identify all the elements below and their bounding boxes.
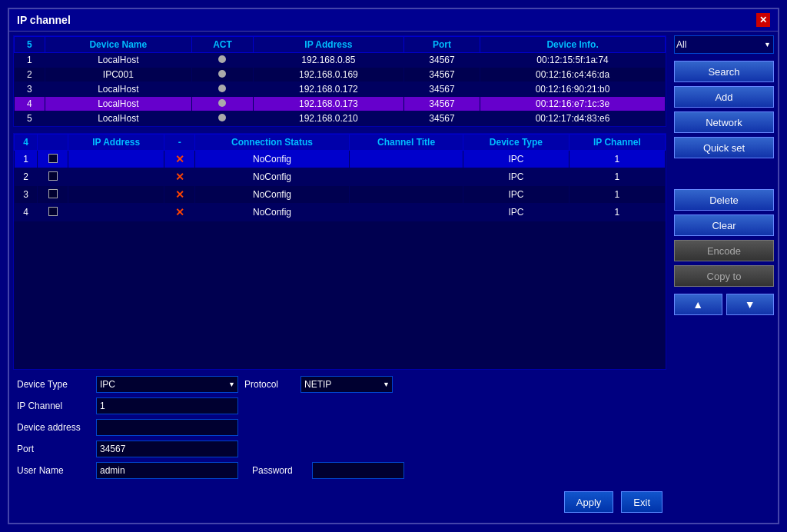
apply-button[interactable]: Apply	[564, 491, 614, 513]
lower-cell-type: IPC	[463, 204, 569, 221]
lower-table-row[interactable]: 1 ✕ NoConfig IPC 1	[15, 151, 666, 168]
row-checkbox[interactable]	[48, 189, 58, 198]
device-address-label: Device address	[17, 422, 90, 433]
lower-col-ip: IP Address	[68, 135, 164, 151]
row-checkbox[interactable]	[48, 154, 58, 163]
upper-cell-info: 00:12:15:5f:1a:74	[480, 53, 666, 68]
upper-table-row[interactable]: 1 LocalHost 192.168.0.85 34567 00:12:15:…	[15, 53, 666, 68]
upper-col-act: ACT	[192, 37, 254, 53]
x-mark-icon: ✕	[175, 206, 184, 218]
upper-cell-ip: 192.168.0.85	[253, 53, 403, 68]
bottom-buttons: Apply Exit	[13, 487, 666, 517]
lower-cell-check[interactable]	[38, 204, 68, 221]
device-address-input[interactable]	[96, 419, 238, 436]
add-button[interactable]: Add	[674, 86, 774, 108]
upper-cell-num: 1	[15, 53, 45, 68]
lower-cell-type: IPC	[463, 151, 569, 168]
upper-cell-name: LocalHost	[45, 97, 192, 111]
network-button[interactable]: Network	[674, 111, 774, 133]
lower-cell-check[interactable]	[38, 151, 68, 168]
all-dropdown-wrapper: All	[674, 35, 774, 54]
upper-cell-name: LocalHost	[45, 53, 192, 68]
upper-cell-port: 34567	[403, 97, 480, 111]
form-row-ip-channel: IP Channel	[17, 397, 662, 414]
upper-table: 5 Device Name ACT IP Address Port Device…	[14, 36, 666, 126]
close-button[interactable]: ✕	[756, 13, 770, 27]
delete-button[interactable]: Delete	[674, 189, 774, 211]
nav-button-row: ▲ ▼	[674, 294, 774, 315]
lower-table-row[interactable]: 3 ✕ NoConfig IPC 1	[15, 186, 666, 204]
lower-cell-check[interactable]	[38, 186, 68, 204]
upper-cell-act	[192, 97, 254, 111]
act-icon	[218, 70, 226, 78]
upper-table-row[interactable]: 3 LocalHost 192.168.0.172 34567 00:12:16…	[15, 82, 666, 97]
lower-cell-ipchannel: 1	[569, 204, 665, 221]
x-mark-icon: ✕	[175, 153, 184, 165]
lower-table: 4 IP Address - Connection Status Channel…	[14, 134, 666, 221]
protocol-select[interactable]: NETIP	[301, 376, 393, 393]
lower-cell-status: NoConfig	[194, 151, 349, 168]
nav-up-button[interactable]: ▲	[674, 294, 722, 315]
form-row-device-address: Device address	[17, 419, 662, 436]
lower-cell-title	[350, 204, 463, 221]
upper-col-port: Port	[403, 37, 480, 53]
lower-col-check	[38, 135, 68, 151]
main-content: 5 Device Name ACT IP Address Port Device…	[9, 32, 778, 520]
upper-table-header-row: 5 Device Name ACT IP Address Port Device…	[15, 37, 666, 53]
search-button[interactable]: Search	[674, 61, 774, 82]
password-input[interactable]	[312, 462, 404, 479]
encode-button[interactable]: Encode	[674, 240, 774, 261]
password-label: Password	[252, 465, 306, 476]
lower-col-type: Device Type	[463, 135, 569, 151]
upper-table-row[interactable]: 5 LocalHost 192.168.0.210 34567 00:12:17…	[15, 111, 666, 126]
ip-channel-label: IP Channel	[17, 401, 90, 411]
x-mark-icon: ✕	[175, 171, 184, 183]
lower-cell-status: NoConfig	[194, 204, 349, 221]
copy-to-button[interactable]: Copy to	[674, 265, 774, 287]
port-input[interactable]	[96, 441, 238, 457]
lower-cell-check[interactable]	[38, 168, 68, 186]
nav-down-button[interactable]: ▼	[726, 294, 775, 315]
lower-cell-ip	[68, 204, 164, 221]
upper-cell-num: 3	[15, 82, 45, 97]
row-checkbox[interactable]	[48, 207, 58, 216]
upper-cell-port: 34567	[403, 82, 480, 97]
lower-cell-title	[350, 168, 463, 186]
clear-button[interactable]: Clear	[674, 214, 774, 236]
lower-cell-xmark: ✕	[164, 151, 195, 168]
ip-channel-input[interactable]	[96, 397, 238, 414]
lower-cell-num: 1	[15, 151, 38, 168]
upper-cell-num: 4	[15, 97, 45, 111]
row-checkbox[interactable]	[48, 171, 58, 181]
upper-col-info: Device Info.	[480, 37, 666, 53]
upper-cell-port: 34567	[403, 68, 480, 82]
upper-cell-name: IPC001	[45, 68, 192, 82]
lower-cell-title	[350, 186, 463, 204]
lower-cell-ipchannel: 1	[569, 168, 665, 186]
upper-cell-act	[192, 53, 254, 68]
lower-cell-status: NoConfig	[194, 168, 349, 186]
exit-button[interactable]: Exit	[621, 491, 662, 513]
upper-cell-act	[192, 111, 254, 126]
all-select[interactable]: All	[674, 35, 774, 54]
upper-table-row[interactable]: 4 LocalHost 192.168.0.173 34567 00:12:16…	[15, 97, 666, 111]
lower-cell-ipchannel: 1	[569, 186, 665, 204]
lower-table-row[interactable]: 4 ✕ NoConfig IPC 1	[15, 204, 666, 221]
upper-table-row[interactable]: 2 IPC001 192.168.0.169 34567 00:12:16:c4…	[15, 68, 666, 82]
lower-cell-xmark: ✕	[164, 186, 195, 204]
lower-cell-ipchannel: 1	[569, 151, 665, 168]
upper-cell-info: 00:12:16:90:21:b0	[480, 82, 666, 97]
device-type-select[interactable]: IPC	[96, 376, 238, 393]
upper-cell-act	[192, 68, 254, 82]
lower-cell-num: 3	[15, 186, 38, 204]
quick-set-button[interactable]: Quick set	[674, 137, 774, 158]
lower-table-row[interactable]: 2 ✕ NoConfig IPC 1	[15, 168, 666, 186]
lower-table-header-row: 4 IP Address - Connection Status Channel…	[15, 135, 666, 151]
protocol-label: Protocol	[244, 379, 294, 390]
upper-cell-ip: 192.168.0.169	[253, 68, 403, 82]
protocol-select-wrapper: NETIP	[301, 376, 393, 393]
lower-cell-num: 2	[15, 168, 38, 186]
username-input[interactable]	[96, 462, 238, 479]
lower-col-title: Channel Title	[350, 135, 463, 151]
right-panel: All Search Add Network Quick set Delete …	[670, 32, 778, 520]
